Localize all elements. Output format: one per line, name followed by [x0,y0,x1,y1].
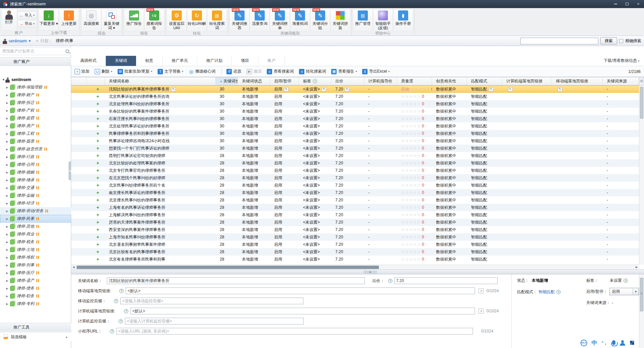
add-keyword-icon[interactable]: + [96,183,99,188]
sidebar-collapse-handle[interactable]: ◀ [69,161,71,180]
pc-suffix-field[interactable] [125,318,304,324]
column-header[interactable]: 关键词名称 [105,77,216,85]
column-header[interactable]: 匹配模式 [467,77,502,85]
add-keyword-icon[interactable]: + [96,153,99,158]
sidebar-item-plan[interactable]: ▶律师-医疗 [0,269,71,277]
add-keyword-icon[interactable]: + [96,123,99,129]
table-row[interactable]: +北京专打民事官司的律师事务所28本地新增启用<未设置>7.20-☆☆☆☆☆0数… [71,167,639,174]
table-row[interactable]: +民事诉讼律师咨询电话24小时在线30本地新增启用<未设置>7.20-☆☆☆☆☆… [71,137,639,145]
edit-icon[interactable]: ✎ [345,87,349,91]
help-icon[interactable]: ? [119,319,123,323]
scrollbar-thumb[interactable] [640,278,643,311]
ribbon-button-duplicate[interactable]: 重复关键词 ▾ [102,9,121,31]
add-keyword-icon[interactable]: + [96,168,99,173]
import-button[interactable]: ←导入▾ [18,12,36,18]
sidebar-search-input[interactable] [2,49,64,53]
sidebar-item-plan[interactable]: ▶律师-股票 [0,138,71,145]
scroll-right-icon[interactable]: ▶ [634,266,639,269]
open-link-icon[interactable]: ↗ [478,288,484,294]
ribbon-button-report[interactable]: ▂▅▇推广报告 [124,9,144,31]
ribbon-button-convert[interactable]: ↻转化URI解 [187,9,207,31]
add-keyword-icon[interactable]: + [96,160,99,166]
help-icon[interactable]: ? [388,279,392,283]
sidebar-item-plan[interactable]: ▶律师-金融 [0,192,71,199]
sidebar-item-plan[interactable]: ▶律师-产权 [0,107,71,114]
open-account-button[interactable]: 打开 [1,9,17,30]
ribbon-button-kw[interactable]: ✎NEW关键词分组 [310,9,330,31]
table-row[interactable]: +北京处理民事诉讼好的律师事务所30本地新增启用<未设置>7.20-☆☆☆☆☆0… [71,122,639,130]
sidebar-section-account[interactable]: 推广账户 [0,57,71,66]
ribbon-button-manage[interactable]: ▤推广管理 [353,9,373,31]
tab-创意[interactable]: 创意 [136,56,163,66]
add-keyword-icon[interactable]: + [96,234,99,240]
sidebar-item-plan[interactable]: ▶律师-维权 [0,254,71,261]
toolbar-convert-search-terms-button[interactable]: ≡转化搜索词 [299,69,326,74]
ribbon-button-kw[interactable]: ✎NEW海量拓词 [290,9,310,31]
close-button[interactable]: × [633,0,644,8]
open-link-icon[interactable]: ↗ [478,308,484,314]
table-row[interactable]: +厉害的天津民事案件律师事务所28本地新增启用<未设置>7.20-☆☆☆☆☆0数… [71,219,639,226]
add-keyword-icon[interactable]: + [96,131,99,136]
ribbon-button-manual[interactable]: ▮操作手册 [393,9,413,31]
ribbon-button-gear[interactable]: ⚙设置追踪URI [167,9,186,31]
toolbar-batch-add-button[interactable]: ⊞批量添加/更新▾ [118,69,152,74]
help-icon[interactable]: ? [313,79,317,83]
sidebar-item-plan[interactable]: ▶律师-合同 [0,161,71,168]
exact-search-checkbox[interactable] [619,39,623,43]
ribbon-button-assistant[interactable]: 智能助手(反馈) [373,9,393,31]
sidebar-item-plan[interactable]: ▶律师-行政 [0,153,71,161]
sidebar-item-plan[interactable]: ▶律师-土地 [0,246,71,254]
table-row[interactable]: +上海有名的民事诉讼律师事务所28本地新增启用<未设置>7.20-☆☆☆☆☆0数… [71,204,639,211]
keyword-name-field[interactable] [107,277,365,284]
help-icon[interactable]: ? [124,309,128,313]
add-keyword-icon[interactable]: + [96,116,99,121]
sidebar-item-plan[interactable]: ▶律师-职务 [0,292,71,300]
add-keyword-icon[interactable]: + [96,86,99,92]
help-icon[interactable]: ? [110,329,114,334]
toolbar-restore-button[interactable]: ↺还原 [226,69,241,74]
table-row[interactable]: +北京著名刑事附带民事案件律师28本地新增启用<未设置>7.20-☆☆☆☆☆0数… [71,241,639,248]
maximize-button[interactable] [621,0,633,8]
edit-icon[interactable]: ✎ [508,87,513,91]
column-header[interactable]: ▲关键词长度 [216,77,238,85]
edit-icon[interactable]: ✎ [284,87,289,91]
edit-icon[interactable]: ✎ [171,87,176,91]
toolbar-circle-select-button[interactable]: ◎圈选核心词 [188,69,215,74]
sidebar-item-plan[interactable]: ▶律师-其他 [0,223,71,230]
sidebar-item-plan[interactable]: ▶律师-税务 [0,238,71,246]
table-row[interactable]: +在北京想找个民事纠纷的好律师28本地新增启用<未设置>7.20-☆☆☆☆☆0数… [71,174,639,182]
column-header[interactable] [71,77,87,85]
add-keyword-icon[interactable]: + [96,197,99,203]
sidebar-item-plan[interactable]: ▶律师-盗窃 [0,114,71,122]
ribbon-button-kw[interactable]: ✎NEW关键词榜单 [270,9,290,31]
sidebar-item-plan[interactable]: ▶律师-婚姻 [0,168,71,176]
edit-icon[interactable]: ✎ [321,87,326,91]
panel-splitter[interactable]: ▼ [71,269,644,274]
enable-pause-select[interactable]: 启用 ▼ [609,288,639,295]
add-keyword-icon[interactable]: + [96,190,99,195]
add-keyword-icon[interactable]: + [96,205,99,210]
miniapp-url-field[interactable] [116,328,473,335]
global-search-input[interactable] [520,38,598,44]
data-info-link[interactable]: 下载/查看数据信息▾ [604,56,639,66]
table-row[interactable]: +西安资深的民事案件律师事务所28本地新增启用<未设置>7.20-☆☆☆☆☆0数… [71,226,639,233]
add-keyword-icon[interactable]: + [96,227,99,232]
ribbon-button-advsearch[interactable]: ◎高级搜索 [82,9,101,31]
sidebar-item-plan[interactable]: ▶律师-经济 [0,199,71,207]
sidebar-item-plan[interactable]: ▶律师-交通 [0,184,71,192]
tree-root-account[interactable]: ▼senlinsem [0,76,71,83]
table-row[interactable]: +北京民事诉讼好的律师事务所咨询30本地新增启用<未设置>7.20-☆☆☆☆☆0… [71,93,639,100]
column-header[interactable]: 关键词状态 [238,77,270,85]
column-header[interactable]: 计算机端落地页链接 [502,77,552,85]
help-icon[interactable]: ? [119,289,124,293]
table-row[interactable]: +沈阳比较好的民事案件律师事务所✎30本地新增启用✎<未设置>✎7.20✎-采纳… [71,85,639,93]
search-button[interactable]: 搜索 [600,37,617,44]
punctuation-icon[interactable]: °， [602,340,608,346]
search-icon[interactable] [66,49,69,53]
column-header[interactable]: 标签? [299,77,331,85]
mic-icon[interactable] [612,340,615,345]
sidebar-item-plan[interactable]: ▶律师-债务 [0,284,71,292]
table-horizontal-scrollbar[interactable]: ◀ ▶ [71,265,639,269]
chevron-down-icon[interactable]: ▼ [28,39,31,43]
table-row[interactable]: +上海市知名民事纠纷律师事务所28本地新增启用<未设置>7.20-☆☆☆☆☆0数… [71,233,639,241]
